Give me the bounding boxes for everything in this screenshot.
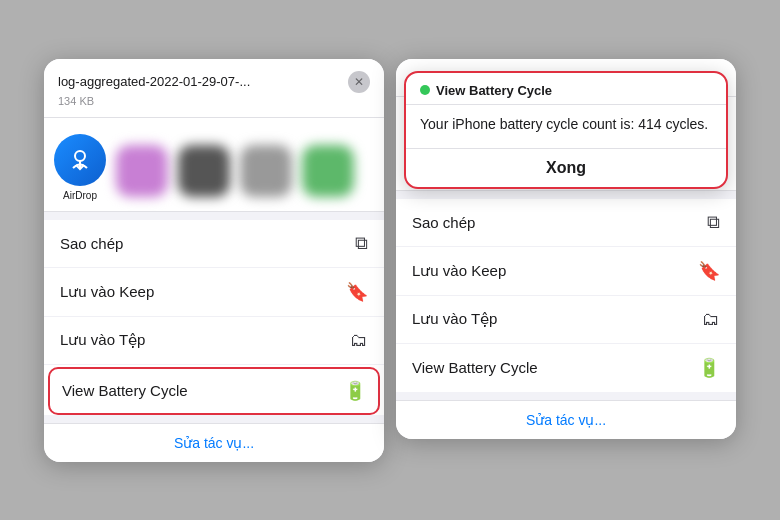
left-action-list: Sao chép ⧉ Lưu vào Keep 🔖 Lưu vào Tệp 🗂 …: [44, 220, 384, 415]
right-action-copy[interactable]: Sao chép ⧉: [396, 199, 736, 247]
alert-button-row: Xong: [406, 148, 726, 187]
blurred-icon-2: [178, 145, 230, 201]
right-action-file[interactable]: Lưu vào Tệp 🗂: [396, 296, 736, 344]
left-action-keep[interactable]: Lưu vào Keep 🔖: [44, 268, 384, 317]
right-copy-icon: ⧉: [707, 212, 720, 233]
left-action-battery[interactable]: View Battery Cycle 🔋: [48, 367, 380, 415]
right-action-list: Sao chép ⧉ Lưu vào Keep 🔖 Lưu vào Tệp 🗂 …: [396, 199, 736, 392]
bookmark-icon: 🔖: [346, 281, 368, 303]
alert-title: View Battery Cycle: [436, 83, 552, 98]
right-folder-icon: 🗂: [702, 309, 720, 330]
alert-header: View Battery Cycle: [406, 73, 726, 105]
folder-icon: 🗂: [350, 330, 368, 351]
left-action-file[interactable]: Lưu vào Tệp 🗂: [44, 317, 384, 365]
right-action-battery[interactable]: View Battery Cycle 🔋: [396, 344, 736, 392]
right-fix-actions[interactable]: Sửa tác vụ...: [396, 400, 736, 439]
left-share-panel: log-aggregated-2022-01-29-07-... ✕ 134 K…: [44, 59, 384, 462]
blurred-icon-4: [302, 145, 354, 201]
right-action-keep[interactable]: Lưu vào Keep 🔖: [396, 247, 736, 296]
left-file-name: log-aggregated-2022-01-29-07-...: [58, 74, 250, 89]
left-airdrop-label: AirDrop: [54, 190, 106, 201]
alert-message: Your iPhone battery cycle count is: 414 …: [420, 115, 712, 135]
right-bookmark-icon: 🔖: [698, 260, 720, 282]
right-share-panel: View Battery Cycle Your iPhone battery c…: [396, 59, 736, 439]
blurred-icon-1: [116, 145, 168, 201]
battery-icon: 🔋: [344, 380, 366, 402]
left-airdrop-icon[interactable]: AirDrop: [54, 134, 106, 201]
alert-ok-button[interactable]: Xong: [416, 159, 716, 177]
left-panel-header: log-aggregated-2022-01-29-07-... ✕ 134 K…: [44, 59, 384, 118]
right-battery-icon: 🔋: [698, 357, 720, 379]
left-fix-link[interactable]: Sửa tác vụ...: [174, 435, 254, 451]
alert-status-dot: [420, 85, 430, 95]
left-action-copy[interactable]: Sao chép ⧉: [44, 220, 384, 268]
copy-icon: ⧉: [355, 233, 368, 254]
left-close-button[interactable]: ✕: [348, 71, 370, 93]
left-file-size: 134 KB: [58, 95, 370, 107]
right-fix-link[interactable]: Sửa tác vụ...: [526, 412, 606, 428]
screens-container: log-aggregated-2022-01-29-07-... ✕ 134 K…: [24, 39, 756, 482]
svg-point-0: [75, 151, 85, 161]
left-fix-actions[interactable]: Sửa tác vụ...: [44, 423, 384, 462]
battery-alert-popup: View Battery Cycle Your iPhone battery c…: [404, 71, 728, 190]
blurred-icon-3: [240, 145, 292, 201]
left-apps-row: AirDrop: [44, 118, 384, 212]
alert-body: Your iPhone battery cycle count is: 414 …: [406, 105, 726, 149]
